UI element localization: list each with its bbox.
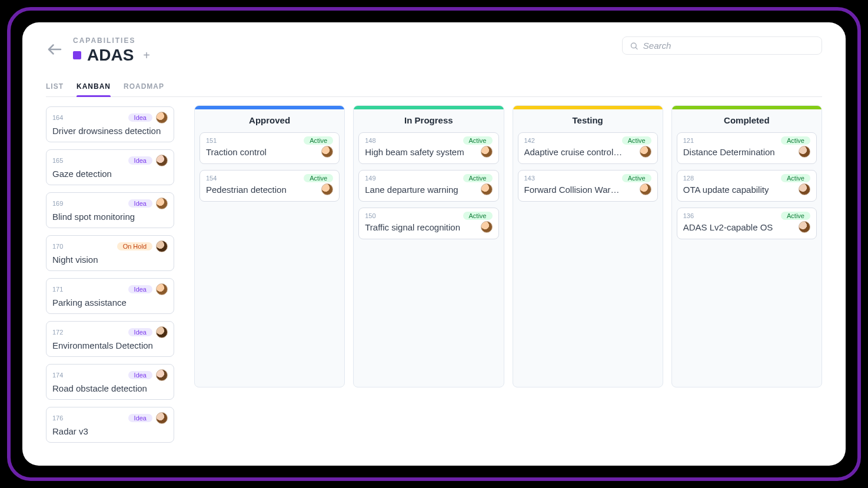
column-in-progress: In Progress148ActiveHigh beam safety sys… — [353, 105, 504, 387]
card-id: 165 — [52, 157, 63, 164]
card-id: 148 — [365, 137, 375, 144]
backlog-card[interactable]: 165IdeaGaze detection — [46, 149, 174, 185]
card-title: OTA update capability — [683, 185, 769, 195]
header-left: CAPABILITIES ADAS + — [46, 36, 154, 65]
status-badge: Active — [463, 136, 493, 145]
kanban-card[interactable]: 142ActiveAdaptive cruise control… — [518, 132, 658, 164]
status-badge: Active — [304, 174, 333, 182]
svg-point-1 — [631, 43, 636, 48]
kanban-card[interactable]: 143ActiveForward Collision Warni… — [518, 170, 658, 202]
column-testing: Testing142ActiveAdaptive cruise control…… — [513, 105, 663, 387]
backlog-card[interactable]: 170On HoldNight vision — [46, 235, 174, 271]
avatar — [156, 369, 168, 381]
status-badge: Idea — [128, 414, 152, 422]
kanban-card[interactable]: 149ActiveLane departure warning — [358, 170, 498, 202]
status-badge: Active — [463, 212, 493, 220]
column-body[interactable]: 151ActiveTraction control154ActivePedest… — [195, 132, 344, 208]
board: 164IdeaDriver drowsiness detection165Ide… — [46, 105, 822, 448]
add-button[interactable]: + — [139, 48, 154, 63]
card-id: 149 — [365, 175, 375, 182]
back-button[interactable] — [46, 41, 64, 61]
card-title: Adaptive cruise control… — [524, 147, 623, 157]
tab-list[interactable]: LIST — [46, 82, 64, 96]
card-id: 164 — [52, 114, 63, 121]
column-title: In Progress — [354, 109, 503, 132]
title-row: ADAS + — [73, 46, 154, 65]
card-title: Parking assistance — [52, 298, 168, 307]
backlog-list[interactable]: 164IdeaDriver drowsiness detection165Ide… — [46, 105, 181, 448]
backlog-card[interactable]: 174IdeaRoad obstacle detection — [46, 364, 174, 400]
status-badge: On Hold — [117, 242, 152, 250]
card-id: 171 — [52, 286, 63, 293]
avatar — [156, 240, 168, 252]
card-title: Road obstacle detection — [52, 383, 168, 393]
search-icon — [630, 41, 638, 51]
card-title: Driver drowsiness detection — [52, 126, 168, 136]
title-color-swatch — [73, 51, 81, 59]
column-title: Testing — [513, 109, 663, 132]
card-title: Traffic signal recognition — [365, 222, 460, 232]
device-frame: CAPABILITIES ADAS + LISTKANBANROADMAP 16… — [7, 7, 861, 481]
card-id: 169 — [52, 200, 63, 207]
status-badge: Idea — [128, 285, 152, 293]
kanban-card[interactable]: 151ActiveTraction control — [199, 132, 340, 164]
backlog-card[interactable]: 164IdeaDriver drowsiness detection — [46, 106, 174, 142]
avatar — [156, 198, 168, 209]
backlog-card[interactable]: 172IdeaEnvironmentals Detection — [46, 321, 174, 357]
column-body[interactable]: 142ActiveAdaptive cruise control…143Acti… — [513, 132, 663, 208]
avatar — [156, 283, 168, 295]
tab-kanban[interactable]: KANBAN — [77, 82, 111, 96]
status-badge: Idea — [128, 113, 152, 122]
avatar — [799, 221, 810, 233]
card-title: Lane departure warning — [365, 185, 458, 195]
view-tabs: LISTKANBANROADMAP — [46, 82, 822, 97]
card-title: Pedestrian detection — [206, 185, 287, 195]
column-title: Completed — [672, 109, 822, 132]
card-title: Gaze detection — [52, 169, 168, 179]
avatar — [640, 183, 651, 195]
backlog-card[interactable]: 171IdeaParking assistance — [46, 278, 174, 314]
card-id: 172 — [52, 329, 63, 336]
status-badge: Idea — [128, 156, 152, 165]
kanban-card[interactable]: 154ActivePedestrian detection — [199, 170, 340, 202]
kanban-card[interactable]: 150ActiveTraffic signal recognition — [358, 208, 498, 239]
avatar — [156, 326, 168, 338]
card-id: 151 — [206, 137, 217, 144]
card-id: 154 — [206, 175, 217, 182]
kanban-card[interactable]: 128ActiveOTA update capability — [677, 170, 817, 202]
backlog-card[interactable]: 176IdeaRadar v3 — [46, 407, 174, 443]
status-badge: Active — [622, 174, 651, 182]
avatar — [481, 183, 493, 195]
status-badge: Active — [304, 136, 333, 145]
svg-line-2 — [636, 47, 637, 49]
kanban-card[interactable]: 148ActiveHigh beam safety system — [358, 132, 498, 164]
card-title: Forward Collision Warni… — [524, 185, 624, 195]
avatar — [799, 183, 810, 195]
avatar — [156, 112, 168, 123]
card-title: Environmentals Detection — [52, 340, 168, 350]
card-id: 121 — [683, 137, 694, 144]
status-badge: Active — [622, 136, 651, 145]
kanban-card[interactable]: 136ActiveADAS Lv2-capable OS — [677, 208, 817, 239]
avatar — [156, 412, 168, 424]
card-title: Distance Determination — [683, 147, 775, 157]
app-panel: CAPABILITIES ADAS + LISTKANBANROADMAP 16… — [22, 22, 846, 466]
status-badge: Active — [781, 212, 810, 220]
column-body[interactable]: 148ActiveHigh beam safety system149Activ… — [354, 132, 503, 245]
card-title: Radar v3 — [52, 426, 168, 436]
tab-roadmap[interactable]: ROADMAP — [124, 82, 164, 96]
column-body[interactable]: 121ActiveDistance Determination128Active… — [672, 132, 822, 245]
column-approved: Approved151ActiveTraction control154Acti… — [194, 105, 345, 387]
breadcrumb: CAPABILITIES — [73, 36, 154, 45]
card-id: 150 — [365, 212, 375, 219]
card-id: 136 — [683, 212, 694, 219]
card-title: ADAS Lv2-capable OS — [683, 222, 773, 232]
search-box[interactable] — [622, 36, 822, 55]
card-id: 128 — [683, 175, 694, 182]
search-input[interactable] — [643, 41, 814, 51]
status-badge: Active — [463, 174, 493, 182]
backlog-card[interactable]: 169IdeaBlind spot monitoring — [46, 192, 174, 228]
avatar — [156, 155, 168, 166]
kanban-card[interactable]: 121ActiveDistance Determination — [677, 132, 817, 164]
status-badge: Idea — [128, 371, 152, 379]
